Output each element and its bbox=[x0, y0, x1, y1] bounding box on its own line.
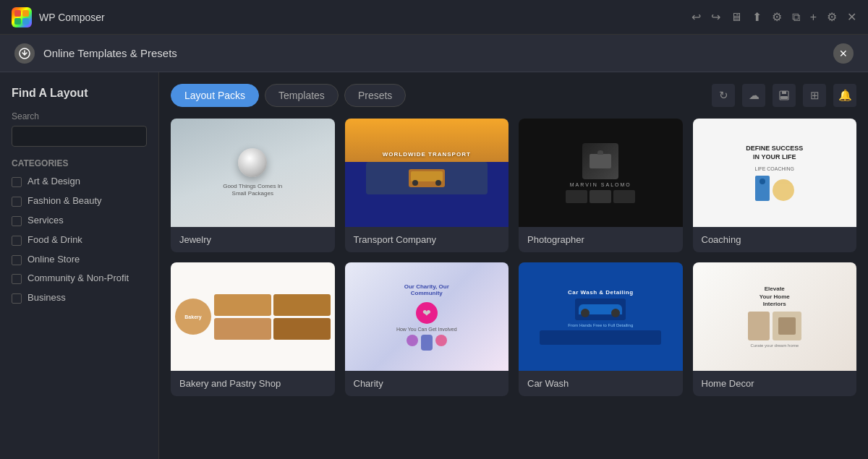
svg-rect-3 bbox=[22, 18, 29, 25]
modal-close-button[interactable]: ✕ bbox=[833, 43, 854, 64]
template-card-charity[interactable]: Our Charity, OurCommunity ❤ How You Can … bbox=[345, 262, 509, 396]
template-info-transport: Transport Company bbox=[345, 227, 509, 252]
svg-rect-6 bbox=[782, 91, 786, 94]
layers-icon[interactable]: ⧉ bbox=[792, 11, 800, 24]
template-thumbnail-homedecor: ElevateYour HomeInteriors Curate your dr… bbox=[693, 262, 857, 371]
category-checkbox-food-drink[interactable] bbox=[12, 236, 22, 246]
category-item-fashion-beauty[interactable]: Fashion & Beauty bbox=[12, 195, 147, 207]
thumbnail-image-homedecor: ElevateYour HomeInteriors Curate your dr… bbox=[693, 262, 857, 371]
thumbnail-image-coaching: DEFINE SUCCESSIN YOUR LIFE LIFE COACHING bbox=[693, 119, 857, 227]
tab-templates[interactable]: Templates bbox=[265, 84, 339, 107]
cloud-icon[interactable]: ☁ bbox=[742, 84, 765, 107]
template-thumbnail-charity: Our Charity, OurCommunity ❤ How You Can … bbox=[345, 262, 509, 371]
redo-icon[interactable]: ↪ bbox=[711, 10, 720, 24]
tab-presets[interactable]: Presets bbox=[344, 84, 406, 107]
template-card-jewelry[interactable]: Good Things Comes InSmall Packages Jewel… bbox=[171, 119, 335, 252]
template-name-jewelry: Jewelry bbox=[179, 234, 326, 245]
thumbnail-image-bakery: Bakery bbox=[171, 262, 335, 371]
category-item-online-store[interactable]: Online Store bbox=[12, 254, 147, 266]
grid-view-icon[interactable]: ⊞ bbox=[803, 84, 826, 107]
thumbnail-image-photographer: MARVIN SALOMO bbox=[519, 119, 683, 227]
sidebar-title: Find A Layout bbox=[12, 87, 147, 100]
categories-title: Categories bbox=[12, 158, 147, 168]
content-area: Layout Packs Templates Presets ↻ ☁ ⊞ 🔔 bbox=[159, 72, 868, 459]
template-info-coaching: Coaching bbox=[693, 227, 857, 252]
template-info-jewelry: Jewelry bbox=[171, 227, 335, 252]
thumbnail-image-charity: Our Charity, OurCommunity ❤ How You Can … bbox=[345, 262, 509, 371]
category-label-fashion-beauty: Fashion & Beauty bbox=[27, 195, 102, 207]
category-checkbox-fashion-beauty[interactable] bbox=[12, 197, 22, 207]
save-icon[interactable] bbox=[773, 84, 796, 107]
template-name-photographer: Photographer bbox=[527, 234, 674, 245]
category-label-food-drink: Food & Drink bbox=[27, 234, 82, 246]
settings-gear-icon[interactable]: ⚙ bbox=[772, 10, 782, 24]
template-info-photographer: Photographer bbox=[519, 227, 683, 252]
category-checkbox-business[interactable] bbox=[12, 293, 22, 304]
tab-layout-packs[interactable]: Layout Packs bbox=[171, 84, 259, 107]
template-name-transport: Transport Company bbox=[354, 234, 501, 245]
template-card-transport[interactable]: WORLDWIDE TRANSPORT Transport Company bbox=[345, 119, 509, 252]
notifications-icon[interactable]: 🔔 bbox=[833, 84, 856, 107]
modal-header-icon bbox=[14, 43, 35, 64]
category-item-community-nonprofit[interactable]: Community & Non-Profit bbox=[12, 273, 147, 285]
template-card-photographer[interactable]: MARVIN SALOMO Photographer bbox=[519, 119, 683, 252]
sidebar: Find A Layout Search Categories Art & De… bbox=[0, 72, 159, 459]
template-thumbnail-bakery: Bakery bbox=[171, 262, 335, 371]
category-item-business[interactable]: Business bbox=[12, 292, 147, 304]
category-label-business: Business bbox=[27, 292, 66, 304]
templates-grid: Good Things Comes InSmall Packages Jewel… bbox=[171, 119, 856, 396]
toolbar-icons: ↻ ☁ ⊞ 🔔 bbox=[712, 84, 856, 107]
thumbnail-image-jewelry: Good Things Comes InSmall Packages bbox=[171, 119, 335, 227]
template-name-homedecor: Home Decor bbox=[702, 378, 848, 389]
category-item-services[interactable]: Services bbox=[12, 215, 147, 227]
template-info-charity: Charity bbox=[345, 371, 509, 396]
category-label-online-store: Online Store bbox=[27, 254, 80, 266]
template-card-carwash[interactable]: Car Wash & Detailing From Hands Free to … bbox=[519, 262, 683, 396]
undo-icon[interactable]: ↩ bbox=[692, 10, 701, 24]
display-icon[interactable]: 🖥 bbox=[731, 11, 742, 24]
category-checkbox-online-store[interactable] bbox=[12, 255, 22, 265]
template-thumbnail-carwash: Car Wash & Detailing From Hands Free to … bbox=[519, 262, 683, 371]
svg-rect-7 bbox=[780, 96, 788, 99]
add-icon[interactable]: + bbox=[810, 11, 817, 24]
template-info-homedecor: Home Decor bbox=[693, 371, 857, 396]
template-name-carwash: Car Wash bbox=[527, 378, 674, 389]
template-name-bakery: Bakery and Pastry Shop bbox=[179, 378, 326, 389]
category-checkbox-services[interactable] bbox=[12, 216, 22, 226]
template-card-bakery[interactable]: Bakery Bakery and Pastry Shop bbox=[171, 262, 335, 396]
title-bar: WP Composer ↩ ↪ 🖥 ⬆ ⚙ ⧉ + ⚙ ✕ bbox=[0, 0, 868, 35]
category-label-services: Services bbox=[27, 215, 64, 227]
category-item-food-drink[interactable]: Food & Drink bbox=[12, 234, 147, 246]
thumbnail-image-transport: WORLDWIDE TRANSPORT bbox=[345, 119, 509, 227]
upload-icon[interactable]: ⬆ bbox=[752, 10, 762, 24]
preferences-icon[interactable]: ⚙ bbox=[827, 10, 837, 24]
tabs-row: Layout Packs Templates Presets ↻ ☁ ⊞ 🔔 bbox=[171, 84, 856, 107]
svg-rect-0 bbox=[14, 10, 21, 17]
close-window-icon[interactable]: ✕ bbox=[847, 10, 856, 24]
template-card-homedecor[interactable]: ElevateYour HomeInteriors Curate your dr… bbox=[693, 262, 857, 396]
modal-header: Online Templates & Presets ✕ bbox=[0, 35, 868, 72]
categories-list: Art & Design Fashion & Beauty Services F… bbox=[12, 176, 147, 304]
template-thumbnail-photographer: MARVIN SALOMO bbox=[519, 119, 683, 227]
app-name: WP Composer bbox=[39, 12, 692, 23]
template-thumbnail-coaching: DEFINE SUCCESSIN YOUR LIFE LIFE COACHING bbox=[693, 119, 857, 227]
refresh-icon[interactable]: ↻ bbox=[712, 84, 735, 107]
category-checkbox-community-nonprofit[interactable] bbox=[12, 274, 22, 284]
search-input[interactable] bbox=[12, 126, 147, 147]
thumbnail-image-carwash: Car Wash & Detailing From Hands Free to … bbox=[519, 262, 683, 371]
category-checkbox-art-design[interactable] bbox=[12, 177, 22, 187]
modal-title: Online Templates & Presets bbox=[43, 47, 833, 59]
template-card-coaching[interactable]: DEFINE SUCCESSIN YOUR LIFE LIFE COACHING… bbox=[693, 119, 857, 252]
search-label: Search bbox=[12, 111, 147, 121]
app-logo bbox=[12, 7, 32, 27]
category-label-community-nonprofit: Community & Non-Profit bbox=[27, 273, 129, 285]
title-bar-icons: ↩ ↪ 🖥 ⬆ ⚙ ⧉ + ⚙ ✕ bbox=[692, 10, 856, 24]
template-info-carwash: Car Wash bbox=[519, 371, 683, 396]
svg-rect-1 bbox=[22, 10, 29, 17]
template-thumbnail-transport: WORLDWIDE TRANSPORT bbox=[345, 119, 509, 227]
template-info-bakery: Bakery and Pastry Shop bbox=[171, 371, 335, 396]
svg-rect-2 bbox=[14, 18, 21, 25]
category-item-art-design[interactable]: Art & Design bbox=[12, 176, 147, 188]
template-name-coaching: Coaching bbox=[702, 234, 848, 245]
main-layout: Find A Layout Search Categories Art & De… bbox=[0, 72, 868, 459]
